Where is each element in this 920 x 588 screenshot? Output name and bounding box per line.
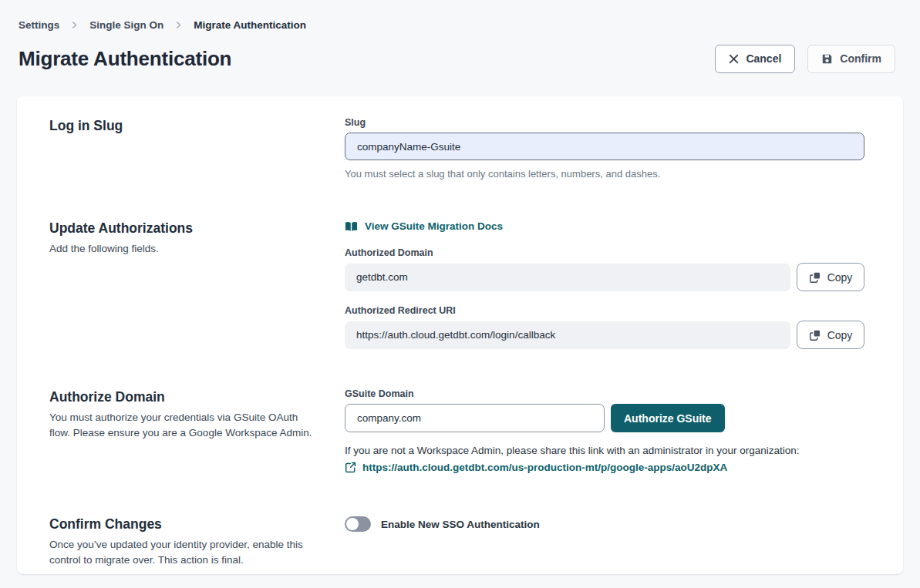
breadcrumb-settings[interactable]: Settings <box>19 19 59 31</box>
confirm-button[interactable]: Confirm <box>807 45 895 73</box>
gsuite-migration-docs-link[interactable]: View GSuite Migration Docs <box>345 220 503 233</box>
admin-share-link[interactable]: https://auth.cloud.getdbt.com/us-product… <box>345 462 727 473</box>
save-icon <box>821 53 833 65</box>
cancel-button-label: Cancel <box>746 52 781 65</box>
book-icon <box>345 221 358 232</box>
breadcrumb-migrate-authentication: Migrate Authentication <box>194 19 306 31</box>
update-authorizations-heading: Update Authorizations <box>49 220 345 237</box>
slug-help-text: You must select a slug that only contain… <box>345 167 864 180</box>
copy-icon <box>809 329 821 341</box>
settings-card: Log in Slug Slug You must select a slug … <box>17 96 903 574</box>
cancel-button[interactable]: Cancel <box>715 45 795 73</box>
slug-label: Slug <box>345 117 864 129</box>
authorized-domain-field <box>345 264 790 291</box>
section-confirm-changes: Confirm Changes Once you’ve updated your… <box>49 516 864 568</box>
redirect-uri-field <box>345 321 790 349</box>
breadcrumb: Settings Single Sign On Migrate Authenti… <box>19 18 895 32</box>
gsuite-domain-label: GSuite Domain <box>345 388 864 400</box>
copy-redirect-uri-button[interactable]: Copy <box>797 321 864 349</box>
confirm-changes-heading: Confirm Changes <box>49 516 345 533</box>
confirm-button-label: Confirm <box>840 52 881 65</box>
copy-icon <box>809 271 821 284</box>
x-icon <box>729 54 739 64</box>
section-authorize-domain: Authorize Domain You must authorize your… <box>49 388 864 476</box>
gsuite-domain-input[interactable] <box>345 404 605 432</box>
authorize-domain-heading: Authorize Domain <box>49 388 345 405</box>
chevron-right-icon <box>70 21 79 29</box>
authorized-domain-label: Authorized Domain <box>345 247 864 259</box>
section-update-authorizations: Update Authorizations Add the following … <box>49 220 864 349</box>
section-login-slug: Log in Slug Slug You must select a slug … <box>49 117 864 180</box>
admin-share-note: If you are not a Workspace Admin, please… <box>345 444 864 457</box>
slug-input[interactable] <box>345 133 864 160</box>
external-link-icon <box>345 462 356 473</box>
chevron-right-icon <box>174 21 183 29</box>
authorize-gsuite-button[interactable]: Authorize GSuite <box>611 404 725 432</box>
update-authorizations-subtitle: Add the following fields. <box>49 241 315 257</box>
breadcrumb-single-sign-on[interactable]: Single Sign On <box>89 19 163 31</box>
copy-authorized-domain-button[interactable]: Copy <box>797 263 864 291</box>
copy-button-label: Copy <box>827 271 853 284</box>
toggle-knob <box>346 518 359 530</box>
login-slug-heading: Log in Slug <box>49 117 345 134</box>
confirm-changes-subtitle: Once you’ve updated your identity provid… <box>49 537 315 568</box>
header-actions: Cancel Confirm <box>715 45 895 73</box>
copy-button-label: Copy <box>827 329 853 341</box>
authorize-domain-subtitle: You must authorize your credentials via … <box>49 410 315 441</box>
enable-sso-toggle-label: Enable New SSO Authentication <box>381 519 540 530</box>
redirect-uri-label: Authorized Redirect URI <box>345 305 864 317</box>
admin-share-link-url: https://auth.cloud.getdbt.com/us-product… <box>362 462 727 473</box>
docs-link-label: View GSuite Migration Docs <box>365 220 503 232</box>
enable-sso-toggle[interactable] <box>345 516 371 532</box>
page-title: Migrate Authentication <box>19 47 231 71</box>
